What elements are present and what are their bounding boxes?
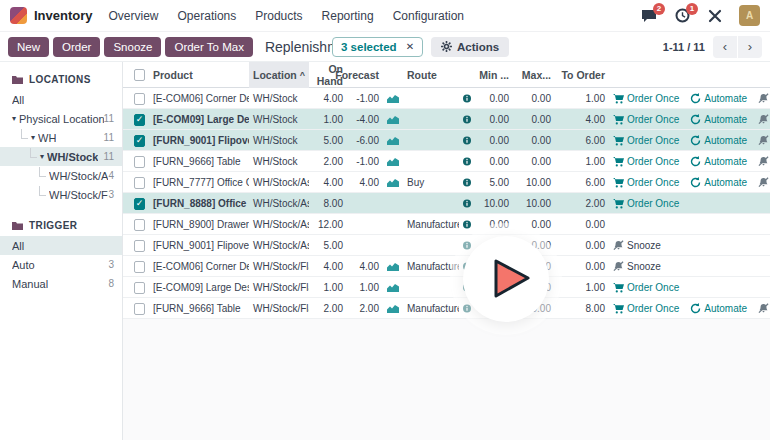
chevron-down-icon[interactable]: ▾ [31,133,35,142]
row-checkbox-cell[interactable]: ✓ [123,193,149,214]
select-all-checkbox[interactable] [134,69,145,81]
actions-button[interactable]: Actions [431,37,509,57]
col-route[interactable]: Route [403,62,459,88]
row-checkbox-cell[interactable] [123,256,149,277]
automate-row-button[interactable]: Automate [690,177,747,188]
user-avatar[interactable]: A [739,5,760,26]
table-row[interactable]: ✓[FURN_8888] Office LampWH/Stock/Asse...… [123,193,770,214]
forecast-graph-cell[interactable] [383,298,403,319]
product-cell[interactable]: [FURN_9001] Flipover [149,130,249,151]
info-cell[interactable] [459,88,475,109]
product-cell[interactable]: [E-COM09] Large Desk [149,109,249,130]
app-name[interactable]: Inventory [34,8,93,23]
row-checkbox[interactable] [134,177,145,189]
row-checkbox[interactable]: ✓ [134,135,145,147]
forecast-graph-cell[interactable] [383,109,403,130]
sidebar-item-wh-stock-flat-p-[interactable]: WH/Stock/Flat P...3 [0,185,122,204]
col-max[interactable]: Max... [513,62,555,88]
info-cell[interactable] [459,130,475,151]
info-cell[interactable] [459,151,475,172]
table-row[interactable]: ✓[E-COM09] Large DeskWH/Stock1.00-4.000.… [123,109,770,130]
messages-icon[interactable]: 2 [640,7,658,25]
order-button[interactable]: Order [53,37,100,57]
clear-selection-icon[interactable]: ✕ [406,42,414,52]
product-cell[interactable]: [FURN_7777] Office Chair [149,172,249,193]
automate-row-button[interactable]: Automate [690,156,747,167]
chevron-down-icon[interactable]: ▾ [40,152,44,161]
order-row-button[interactable]: Order Once [613,156,679,167]
info-cell[interactable] [459,193,475,214]
menu-reporting[interactable]: Reporting [322,9,374,23]
video-play-overlay[interactable] [463,236,549,322]
row-checkbox[interactable] [134,219,145,231]
pager-next-button[interactable]: › [738,36,762,58]
table-row[interactable]: [FURN_7777] Office ChairWH/Stock/Asse...… [123,172,770,193]
pager-prev-button[interactable]: ‹ [713,36,737,58]
row-checkbox[interactable] [134,303,145,315]
order-to-max-button[interactable]: Order To Max [165,37,252,57]
product-cell[interactable]: [FURN_9666] Table [149,298,249,319]
forecast-graph-cell[interactable] [383,88,403,109]
snooze-row-button[interactable]: Snooze [758,114,770,125]
automate-row-button[interactable]: Automate [690,303,747,314]
forecast-graph-cell[interactable] [383,172,403,193]
row-checkbox-cell[interactable]: ✓ [123,130,149,151]
info-cell[interactable] [459,109,475,130]
sidebar-item-auto[interactable]: Auto3 [0,255,122,274]
table-row[interactable]: [FURN_8900] Drawer BlackWH/Stock/Asse...… [123,214,770,235]
table-row[interactable]: ✓[FURN_9001] FlipoverWH/Stock5.00-6.000.… [123,130,770,151]
sidebar-item-wh[interactable]: ▾WH11 [0,128,122,147]
info-cell[interactable] [459,172,475,193]
sidebar-item-wh-stock[interactable]: ▾WH/Stock11 [0,147,122,166]
snooze-row-button[interactable]: Snooze [758,177,770,188]
sidebar-item-manual[interactable]: Manual8 [0,274,122,293]
menu-products[interactable]: Products [255,9,302,23]
menu-overview[interactable]: Overview [109,9,159,23]
row-checkbox[interactable]: ✓ [134,114,145,126]
order-row-button[interactable]: Order Once [613,135,679,146]
table-row[interactable]: [E-COM09] Large DeskWH/Stock/Flat P...1.… [123,277,770,298]
col-forecast[interactable]: Forecast [347,62,383,88]
col-product[interactable]: Product [149,62,249,88]
chevron-down-icon[interactable]: ▾ [12,114,16,123]
odoo-app-icon[interactable] [10,7,27,24]
product-cell[interactable]: [FURN_8888] Office Lamp [149,193,249,214]
order-row-button[interactable]: Order Once [613,177,679,188]
order-row-button[interactable]: Order Once [613,198,679,209]
row-checkbox[interactable] [134,282,145,294]
product-cell[interactable]: [FURN_9666] Table [149,151,249,172]
row-checkbox[interactable]: ✓ [134,198,145,210]
tools-icon[interactable] [706,7,724,25]
row-checkbox-cell[interactable] [123,151,149,172]
row-checkbox-cell[interactable] [123,235,149,256]
snooze-row-button[interactable]: Snooze [758,135,770,146]
order-row-button[interactable]: Order Once [613,282,679,293]
product-cell[interactable]: [E-COM09] Large Desk [149,277,249,298]
row-checkbox[interactable] [134,93,145,105]
select-all-checkbox-cell[interactable] [123,62,149,88]
product-cell[interactable]: [FURN_8900] Drawer Black [149,214,249,235]
row-checkbox[interactable] [134,156,145,168]
col-location[interactable]: Location ^ [249,62,309,88]
row-checkbox-cell[interactable]: ✓ [123,109,149,130]
row-checkbox-cell[interactable] [123,88,149,109]
snooze-row-button[interactable]: Snooze [613,261,661,272]
row-checkbox-cell[interactable] [123,172,149,193]
order-row-button[interactable]: Order Once [613,93,679,104]
snooze-row-button[interactable]: Snooze [758,93,770,104]
automate-row-button[interactable]: Automate [690,93,747,104]
forecast-graph-cell[interactable] [383,277,403,298]
menu-operations[interactable]: Operations [178,9,237,23]
product-cell[interactable]: [E-COM06] Corner Desk ... [149,88,249,109]
new-button[interactable]: New [8,37,49,57]
sidebar-item-wh-stock-asse-[interactable]: WH/Stock/Asse...4 [0,166,122,185]
product-cell[interactable]: [E-COM06] Corner Desk ... [149,256,249,277]
row-checkbox[interactable] [134,261,145,273]
sidebar-item-all[interactable]: All [0,236,122,255]
order-row-button[interactable]: Order Once [613,114,679,125]
table-row[interactable]: [FURN_9666] TableWH/Stock/Flat P...2.002… [123,298,770,319]
info-cell[interactable] [459,214,475,235]
forecast-graph-cell[interactable] [383,256,403,277]
table-row[interactable]: [FURN_9001] FlipoverWH/Stock/Asse...5.00… [123,235,770,256]
col-to-order[interactable]: To Order [555,62,609,88]
